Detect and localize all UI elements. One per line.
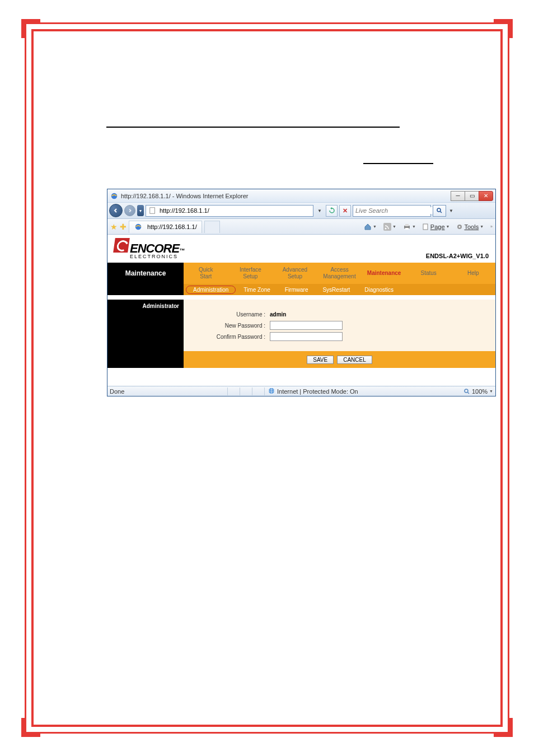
browser-window: http://192.168.1.1/ - Windows Internet E… bbox=[107, 189, 496, 396]
tab-help[interactable]: Help bbox=[451, 263, 495, 284]
tab-status[interactable]: Status bbox=[406, 263, 451, 284]
ie-icon bbox=[110, 192, 119, 200]
divider-line bbox=[106, 127, 400, 128]
page-menu[interactable]: Page ▼ bbox=[420, 223, 452, 230]
svg-rect-8 bbox=[405, 224, 409, 226]
confirm-password-input[interactable] bbox=[270, 332, 343, 341]
subtab-administration[interactable]: Administration bbox=[186, 286, 236, 294]
tools-menu[interactable]: Tools ▼ bbox=[454, 223, 486, 230]
minimize-button[interactable]: ─ bbox=[451, 191, 465, 201]
status-bar: Done Internet | Protected Mode: On 100% … bbox=[107, 386, 495, 396]
more-icon[interactable]: » bbox=[490, 225, 493, 228]
security-zone: Internet | Protected Mode: On bbox=[264, 388, 362, 395]
username-value: admin bbox=[270, 311, 286, 318]
stop-button[interactable]: ✕ bbox=[339, 205, 351, 217]
svg-rect-10 bbox=[423, 224, 428, 230]
subtab-timezone[interactable]: Time Zone bbox=[237, 286, 277, 293]
subtab-firmware[interactable]: Firmware bbox=[278, 286, 315, 293]
search-field[interactable] bbox=[353, 205, 431, 217]
svg-line-17 bbox=[467, 392, 469, 394]
page-icon bbox=[148, 206, 157, 215]
form-section-header: Administrator bbox=[107, 300, 184, 351]
admin-form: Administrator Username : admin New Passw… bbox=[107, 300, 495, 351]
divider-line bbox=[363, 163, 433, 164]
username-label: Username : bbox=[184, 311, 268, 318]
maximize-button[interactable]: ▭ bbox=[465, 191, 479, 201]
subtab-diagnostics[interactable]: Diagnostics bbox=[358, 286, 400, 293]
history-dropdown[interactable]: ▾ bbox=[137, 205, 144, 216]
feeds-button[interactable]: ▼ bbox=[381, 223, 399, 231]
print-button[interactable]: ▼ bbox=[401, 223, 418, 231]
tab-interface-setup[interactable]: InterfaceSetup bbox=[228, 263, 273, 284]
section-title: Maintenance bbox=[107, 263, 184, 284]
ie-icon bbox=[134, 222, 143, 231]
button-bar: SAVE CANCEL bbox=[107, 351, 495, 368]
encore-logo: ENCORE ™ ELECTRONICS bbox=[114, 238, 184, 259]
firmware-version: ENDSL-A2+WIG_V1.0 bbox=[426, 253, 489, 263]
sub-nav: Administration Time Zone Firmware SysRes… bbox=[107, 284, 495, 295]
add-favorite-icon[interactable]: ✚ bbox=[120, 222, 127, 231]
svg-line-3 bbox=[441, 212, 442, 213]
save-button[interactable]: SAVE bbox=[307, 356, 334, 364]
window-title: http://192.168.1.1/ - Windows Internet E… bbox=[121, 193, 451, 199]
toolbar: ★ ✚ http://192.168.1.1/ ▼ ▼ bbox=[107, 219, 495, 235]
browser-tab[interactable]: http://192.168.1.1/ bbox=[129, 221, 202, 233]
back-button[interactable] bbox=[109, 204, 123, 217]
logo-mark-icon bbox=[113, 238, 130, 253]
main-nav: Maintenance QuickStart InterfaceSetup Ad… bbox=[107, 263, 495, 284]
new-password-input[interactable] bbox=[270, 321, 343, 330]
tab-label: http://192.168.1.1/ bbox=[147, 223, 197, 230]
logo-subtitle: ELECTRONICS bbox=[130, 254, 184, 259]
tab-advanced-setup[interactable]: AdvancedSetup bbox=[273, 263, 317, 284]
page-frame: http://192.168.1.1/ - Windows Internet E… bbox=[31, 29, 503, 727]
svg-rect-9 bbox=[405, 228, 409, 230]
tab-access-management[interactable]: AccessManagement bbox=[317, 263, 362, 284]
forward-button[interactable] bbox=[124, 205, 135, 216]
subtab-sysrestart[interactable]: SysRestart bbox=[316, 286, 357, 293]
home-button[interactable]: ▼ bbox=[362, 223, 379, 231]
svg-rect-1 bbox=[150, 208, 155, 214]
status-text: Done bbox=[110, 388, 227, 395]
svg-point-12 bbox=[459, 226, 461, 227]
confirm-password-label: Confirm Password : bbox=[184, 334, 268, 340]
zoom-control[interactable]: 100% ▼ bbox=[463, 388, 493, 395]
logo-tm: ™ bbox=[179, 248, 184, 254]
svg-point-6 bbox=[385, 227, 386, 229]
zoom-icon bbox=[463, 388, 470, 395]
address-bar: ▾ ▼ ✕ ▼ bbox=[107, 203, 495, 219]
tab-maintenance[interactable]: Maintenance bbox=[362, 263, 406, 284]
search-input[interactable] bbox=[355, 207, 433, 214]
globe-icon bbox=[268, 388, 275, 395]
zoom-value: 100% bbox=[472, 388, 488, 395]
window-titlebar: http://192.168.1.1/ - Windows Internet E… bbox=[107, 189, 495, 203]
url-dropdown[interactable]: ▼ bbox=[315, 208, 324, 213]
close-button[interactable]: ✕ bbox=[479, 191, 493, 201]
page-content: ENCORE ™ ELECTRONICS ENDSL-A2+WIG_V1.0 M… bbox=[107, 235, 495, 386]
search-button[interactable] bbox=[433, 205, 446, 217]
zoom-dropdown[interactable]: ▼ bbox=[489, 389, 493, 393]
new-password-label: New Password : bbox=[184, 323, 268, 329]
url-field[interactable] bbox=[146, 205, 313, 217]
favorites-icon[interactable]: ★ bbox=[110, 222, 118, 231]
tab-quick-start[interactable]: QuickStart bbox=[184, 263, 228, 284]
search-dropdown[interactable]: ▼ bbox=[448, 205, 455, 217]
cancel-button[interactable]: CANCEL bbox=[337, 356, 372, 364]
svg-point-2 bbox=[437, 208, 441, 212]
svg-point-16 bbox=[465, 389, 468, 393]
router-header: ENCORE ™ ELECTRONICS ENDSL-A2+WIG_V1.0 bbox=[107, 235, 495, 263]
refresh-button[interactable] bbox=[326, 205, 338, 217]
url-input[interactable] bbox=[160, 207, 311, 214]
new-tab-button[interactable] bbox=[204, 221, 220, 233]
